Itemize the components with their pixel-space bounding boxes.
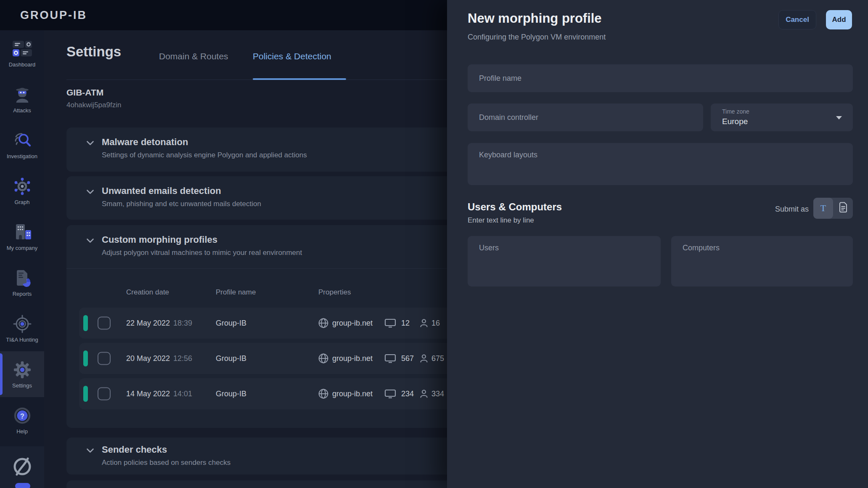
sidebar-item-attacks[interactable]: Attacks [0, 76, 44, 122]
users-textarea[interactable]: Users [468, 236, 661, 286]
status-indicator [83, 386, 88, 402]
chevron-down-icon[interactable] [86, 238, 94, 245]
domain-value: group-ib.net [332, 354, 373, 363]
sidebar-item-dashboard[interactable]: Dashboard [0, 30, 44, 76]
sidebar-item-reports[interactable]: Reports [0, 260, 44, 305]
section-subtitle: Adjust polygon vitrual machines to mimic… [102, 249, 302, 257]
users-count: 334 [431, 390, 444, 398]
profile-name: Group-IB [216, 354, 246, 363]
reports-icon [13, 268, 32, 288]
globe-icon [318, 353, 329, 364]
group-ib-logo: GROUP-IB [20, 0, 87, 30]
new-morphing-profile-panel: New morphing profile Configuring the Pol… [447, 0, 868, 488]
profile-name: Group-IB [216, 319, 246, 328]
users-computers-subtitle: Enter text line by line [468, 216, 534, 225]
file-icon [839, 202, 847, 215]
dashboard-icon [13, 39, 32, 58]
text-mode-icon: T [820, 203, 826, 214]
sidebar-item-my-company[interactable]: My company [0, 214, 44, 260]
row-checkbox[interactable] [98, 317, 111, 330]
section-title: Malware detonation [102, 137, 188, 148]
tab-domain-routes[interactable]: Domain & Routes [159, 51, 228, 61]
globe-icon [318, 318, 329, 329]
creation-date: 20 May 2022 [126, 354, 170, 363]
input-placeholder: Users [479, 244, 499, 252]
chevron-down-icon[interactable] [86, 140, 94, 148]
computers-icon [384, 318, 396, 328]
sidebar-item-label: TI&A Hunting [6, 337, 38, 343]
submit-as-toggle: T [813, 198, 853, 219]
instance-id: 4ohakwij5pa9fzin [66, 101, 121, 109]
cancel-button[interactable]: Cancel [778, 10, 816, 29]
sidebar-item-graph[interactable]: Graph [0, 168, 44, 214]
timezone-select[interactable]: Time zone Europe [711, 103, 853, 131]
users-icon [419, 318, 429, 328]
users-count: 675 [431, 354, 444, 363]
section-subtitle: Smam, phishing and etc unwanted mails de… [102, 200, 261, 208]
select-label: Time zone [722, 108, 749, 115]
group-ib-emblem-icon [11, 456, 33, 479]
instance-name: GIB-ATM [66, 88, 103, 98]
tab-policies-detection[interactable]: Policies & Detection [253, 51, 331, 61]
graph-icon [13, 177, 32, 196]
panel-title: New morphing profile [468, 11, 602, 26]
sidebar-item-label: Graph [14, 199, 29, 205]
sidebar-item-label: My company [7, 245, 38, 251]
profile-name-input[interactable]: Profile name [468, 64, 853, 92]
users-icon [419, 389, 429, 399]
select-value: Europe [722, 117, 748, 126]
input-placeholder: Domain controller [479, 113, 538, 122]
creation-time: 14:01 [173, 390, 192, 398]
input-placeholder: Keyboard layouts [479, 151, 537, 159]
active-indicator [0, 353, 3, 395]
computers-icon [384, 389, 396, 399]
add-button[interactable]: Add [826, 10, 852, 29]
keyboard-layouts-input[interactable]: Keyboard layouts [468, 143, 853, 185]
computers-count: 12 [401, 319, 410, 328]
panel-subtitle: Configuring the Polygon VM environment [468, 33, 606, 42]
chevron-down-icon[interactable] [86, 448, 94, 455]
computers-count: 567 [401, 354, 414, 363]
sidebar-item-label: Attacks [13, 107, 31, 114]
partial-sidebar-item[interactable] [15, 483, 30, 488]
section-title: Custom morphing profiles [102, 234, 217, 245]
submit-as-label: Submit as [737, 205, 809, 214]
computers-count: 234 [401, 390, 414, 398]
column-header-creation-date: Creation date [126, 288, 169, 297]
sidebar-item-label: Reports [13, 291, 32, 297]
chevron-down-icon[interactable] [86, 189, 94, 196]
app-window: GROUP-IB Dashboard [0, 0, 868, 488]
input-placeholder: Computers [683, 244, 720, 252]
domain-value: group-ib.net [332, 390, 373, 398]
sidebar-item-settings[interactable]: Settings [0, 351, 44, 397]
chevron-down-icon [836, 116, 842, 119]
spy-icon [13, 85, 32, 104]
page-title: Settings [66, 44, 121, 60]
creation-date: 14 May 2022 [126, 390, 170, 398]
profile-name: Group-IB [216, 390, 246, 398]
users-computers-heading: Users & Computers [468, 201, 562, 213]
sidebar-item-investigation[interactable]: Investigation [0, 122, 44, 168]
investigation-icon [13, 131, 32, 150]
computers-icon [384, 353, 396, 363]
domain-controller-input[interactable]: Domain controller [468, 103, 703, 131]
sidebar-item-help[interactable]: ? Help [0, 397, 44, 443]
sidebar-footer [0, 446, 44, 488]
status-indicator [83, 315, 88, 331]
row-checkbox[interactable] [98, 387, 111, 400]
computers-textarea[interactable]: Computers [671, 236, 853, 286]
gear-icon [13, 360, 32, 379]
status-indicator [83, 350, 88, 366]
sidebar-item-label: Settings [12, 382, 32, 389]
users-icon [419, 353, 429, 363]
row-checkbox[interactable] [98, 352, 111, 365]
sidebar-item-tia-hunting[interactable]: TI&A Hunting [0, 305, 44, 351]
submit-as-text-option[interactable]: T [813, 198, 833, 219]
globe-icon [318, 388, 329, 399]
creation-date: 22 May 2022 [126, 319, 170, 327]
column-header-profile-name: Profile name [216, 288, 256, 297]
section-subtitle: Settings of dynamic analysis engine Poly… [102, 151, 307, 159]
creation-time: 12:56 [173, 354, 192, 363]
submit-as-file-option[interactable] [833, 198, 853, 219]
sidebar: Dashboard Attacks [0, 30, 44, 488]
